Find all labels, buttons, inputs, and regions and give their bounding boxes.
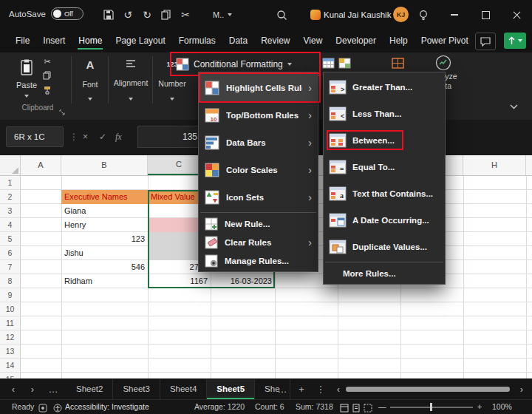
menu-item-data-bars[interactable]: Data Bars ›	[199, 129, 318, 156]
sheet-tab[interactable]: Sheet4	[160, 379, 207, 399]
row-header[interactable]: 7	[0, 260, 21, 274]
save-icon[interactable]	[100, 7, 117, 23]
format-as-table-icon[interactable]	[322, 58, 335, 72]
accessibility-status[interactable]: Accessibility: Investigate	[65, 400, 149, 414]
page-layout-view-icon[interactable]	[352, 403, 361, 414]
menu-item-highlight-cells-rules[interactable]: Highlight Cells Rules ›	[199, 74, 318, 101]
row-header[interactable]: 8	[0, 274, 21, 288]
cell-c8[interactable]: 1167	[148, 274, 211, 288]
close-button[interactable]	[505, 6, 528, 24]
ribbon-tab[interactable]: Developer	[329, 30, 383, 52]
more-sheets-icon[interactable]: …	[275, 379, 290, 399]
menu-item-top-bottom-rules[interactable]: 10 Top/Bottom Rules ›	[199, 101, 318, 129]
submenu-item-a-date-occurring[interactable]: A Date Occurring...	[324, 207, 445, 234]
paste-button[interactable]: Paste	[12, 56, 41, 101]
search-icon[interactable]	[273, 7, 290, 23]
dialog-launcher-icon[interactable]	[59, 105, 65, 118]
share-button[interactable]	[504, 33, 526, 49]
cut-icon[interactable]: ✂	[177, 7, 194, 23]
cell-d8[interactable]: 16-03-2023	[211, 274, 275, 288]
column-header[interactable]: B	[61, 155, 148, 175]
format-painter-icon[interactable]	[43, 86, 52, 96]
name-box[interactable]: 6R x 1C	[6, 126, 64, 147]
row-header[interactable]: 4	[0, 218, 21, 232]
ribbon-tab[interactable]: Insert	[36, 30, 72, 52]
submenu-item-more-rules[interactable]: More Rules...	[324, 264, 445, 282]
maximize-button[interactable]	[474, 6, 497, 24]
row-header[interactable]: 14	[0, 359, 21, 373]
zoom-slider-thumb[interactable]	[430, 403, 432, 411]
menu-item-clear-rules[interactable]: Clear Rules ›	[199, 233, 318, 251]
row-header[interactable]: 1	[0, 176, 21, 190]
ribbon-tab[interactable]: Power Pivot	[415, 30, 475, 52]
copy-icon[interactable]	[158, 7, 174, 23]
submenu-item-duplicate-values[interactable]: Duplicate Values...	[324, 234, 445, 260]
avatar[interactable]: KJ	[393, 7, 409, 22]
cell-styles-icon[interactable]	[338, 58, 351, 72]
menu-item-new-rule[interactable]: New Rule...	[199, 214, 318, 233]
tab-scroll-right-icon[interactable]: ›	[25, 379, 40, 399]
comments-button[interactable]	[475, 33, 496, 50]
conditional-formatting-button[interactable]: Conditional Formatting	[176, 55, 292, 73]
enter-icon[interactable]: ✓	[99, 126, 106, 147]
page-break-view-icon[interactable]	[364, 403, 372, 414]
column-header[interactable]: A	[21, 155, 61, 175]
cell-b8[interactable]: Ridham	[61, 274, 148, 288]
font-group-button[interactable]: A Font	[74, 56, 106, 104]
row-header[interactable]: 5	[0, 232, 21, 246]
user-name[interactable]: Kunal Jai Kaushik	[324, 0, 392, 30]
menu-item-manage-rules[interactable]: Manage Rules...	[199, 251, 318, 270]
row-header[interactable]: 11	[0, 316, 21, 330]
autosave-toggle[interactable]: Off	[51, 7, 83, 20]
macro-record-icon[interactable]	[38, 403, 47, 414]
ribbon-tab[interactable]: Formulas	[172, 30, 222, 52]
cell-b6[interactable]: Jishu	[61, 246, 148, 260]
row-header[interactable]: 6	[0, 246, 21, 260]
row-header[interactable]: 2	[0, 190, 21, 204]
sheet-tab[interactable]: Sheet2	[66, 379, 113, 399]
tab-options-icon[interactable]: ⋮	[313, 379, 328, 399]
horizontal-scrollbar-thumb[interactable]	[346, 387, 510, 392]
row-header[interactable]: 10	[0, 302, 21, 316]
cut-icon[interactable]: ✂	[44, 57, 50, 67]
submenu-item-text-that-contains[interactable]: a Text that Contains...	[324, 180, 445, 207]
ribbon-tab[interactable]: Page Layout	[109, 30, 171, 52]
cell-b3[interactable]: Giana	[61, 204, 148, 218]
copy-icon[interactable]	[43, 71, 52, 81]
ribbon-tab[interactable]: Help	[383, 30, 415, 52]
ribbon-tab[interactable]: Data	[222, 30, 254, 52]
cell-b4[interactable]: Henry	[61, 218, 148, 232]
submenu-item-less-than[interactable]: < Less Than...	[324, 101, 445, 127]
ribbon-tab[interactable]: File	[9, 30, 36, 52]
new-sheet-icon[interactable]: +	[294, 379, 309, 399]
submenu-item-equal-to[interactable]: = Equal To...	[324, 154, 445, 180]
status-average[interactable]: Average: 1220	[194, 400, 245, 414]
ribbon-tab[interactable]: Home	[72, 30, 109, 52]
row-header[interactable]: 3	[0, 204, 21, 218]
insert-table-icon[interactable]	[392, 58, 404, 72]
submenu-item-greater-than[interactable]: > Greater Than...	[324, 74, 445, 101]
submenu-item-between[interactable]: Between...	[324, 127, 445, 154]
sheet-tab[interactable]: Sheet3	[113, 379, 160, 399]
lightbulb-icon[interactable]	[415, 7, 432, 23]
menu-item-color-scales[interactable]: Color Scales ›	[199, 156, 318, 183]
cell-b2[interactable]: Executive Names	[61, 190, 148, 204]
row-header[interactable]: 12	[0, 330, 21, 345]
column-header[interactable]: H	[463, 155, 526, 175]
hscroll-right-icon[interactable]: ›	[514, 379, 529, 399]
status-sum[interactable]: Sum: 7318	[296, 400, 333, 414]
menu-item-icon-sets[interactable]: Icon Sets ›	[199, 183, 318, 211]
sheet-tab[interactable]: Sheet5	[207, 379, 255, 399]
cancel-icon[interactable]: ×	[83, 126, 88, 147]
undo-icon[interactable]: ↺	[120, 7, 136, 23]
cell-b7[interactable]: 546	[61, 260, 148, 274]
zoom-out-icon[interactable]: —	[378, 400, 386, 414]
tab-scroll-left-icon[interactable]: ‹	[6, 379, 21, 399]
hscroll-left-icon[interactable]: ‹	[331, 379, 346, 399]
row-header[interactable]: 9	[0, 288, 21, 302]
zoom-in-icon[interactable]: +	[477, 400, 482, 414]
redo-icon[interactable]: ↻	[139, 7, 155, 23]
ribbon-tab[interactable]: View	[297, 30, 330, 52]
row-header[interactable]: 15	[0, 373, 21, 379]
minimize-button[interactable]	[443, 6, 466, 24]
